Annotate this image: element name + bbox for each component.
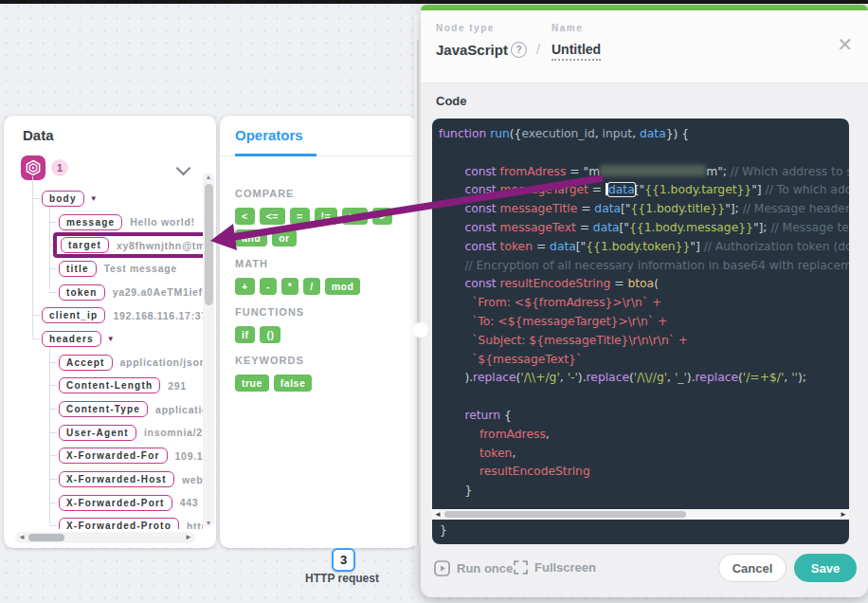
data-key-pill[interactable]: X-Forwarded-For xyxy=(59,448,168,464)
scroll-left-icon[interactable]: ◄ xyxy=(18,532,26,543)
data-key-pill[interactable]: target xyxy=(61,237,109,253)
data-key-pill[interactable]: Content-Type xyxy=(59,401,148,417)
data-value: 291 xyxy=(168,380,187,392)
code-token xyxy=(439,371,464,384)
fullscreen-label: Fullscreen xyxy=(534,560,596,575)
data-key-pill[interactable]: title xyxy=(59,261,97,277)
tree-row: targetxy8fhwnjthn@tmp- xyxy=(49,233,203,257)
tree-connector xyxy=(49,525,57,526)
scrollbar-thumb[interactable] xyxy=(444,511,686,518)
webhook-icon[interactable] xyxy=(21,155,45,180)
code-token: data xyxy=(608,183,635,196)
data-key-pill[interactable]: body xyxy=(42,191,84,207)
close-icon[interactable]: ✕ xyxy=(837,35,853,54)
operator-badge[interactable]: > xyxy=(372,208,392,225)
operator-badge[interactable]: mod xyxy=(325,278,361,295)
code-line xyxy=(439,388,849,407)
code-editor[interactable]: function run({execution_id, input, data}… xyxy=(432,119,849,509)
code-token: ( xyxy=(654,277,659,290)
node-name-value[interactable]: Untitled xyxy=(552,42,601,61)
data-vertical-scrollbar[interactable]: ▲ ▼ xyxy=(203,173,214,527)
operator-badge[interactable]: or xyxy=(272,229,297,247)
run-once-button[interactable]: Run once xyxy=(434,560,513,576)
operator-badge[interactable]: * xyxy=(281,278,299,295)
expand-arrow-icon[interactable]: ▼ xyxy=(90,194,98,203)
tree-connector xyxy=(49,455,57,456)
data-key-pill[interactable]: headers xyxy=(42,331,101,347)
tab-active-underline xyxy=(235,154,316,156)
data-key-pill[interactable]: message xyxy=(59,214,122,230)
code-horizontal-scrollbar[interactable]: ◄ ► xyxy=(432,509,849,520)
code-token: `From: <${fromAdress}>\r\n` xyxy=(472,296,648,309)
scroll-right-icon[interactable]: ► xyxy=(185,532,192,543)
code-token xyxy=(439,240,464,253)
data-key-pill[interactable]: X-Forwarded-Port xyxy=(59,495,172,511)
tab-operators[interactable]: Operators xyxy=(235,127,303,143)
fullscreen-button[interactable]: Fullscreen xyxy=(514,560,596,575)
code-line: `Subject: ${messageTitle}\r\n\r\n` + xyxy=(439,332,849,351)
operator-badge[interactable]: / xyxy=(303,278,319,295)
operator-groups: COMPARE<<==!=>=>andorMATH+-*/modFUNCTION… xyxy=(235,176,406,392)
operator-group-label: FUNCTIONS xyxy=(235,306,406,318)
data-key-pill[interactable]: token xyxy=(59,284,105,301)
data-value: Hello world! xyxy=(130,216,194,228)
tree-row: X-Forwarded-Hostwebho xyxy=(49,467,203,491)
code-token: + xyxy=(654,315,667,328)
data-key-pill[interactable]: X-Forwarded-Proto xyxy=(59,518,179,529)
code-token: `To: <${messageTarget}>\r\n` xyxy=(472,315,654,328)
panel-collapse-notch[interactable] xyxy=(413,322,428,338)
code-token: // To which address t xyxy=(766,183,849,196)
code-token: , xyxy=(512,447,515,460)
operator-badge[interactable]: if xyxy=(235,326,255,343)
operator-badge[interactable]: () xyxy=(260,326,280,343)
operator-badge[interactable]: != xyxy=(315,208,338,225)
code-token: , xyxy=(560,371,568,384)
code-token xyxy=(439,428,479,441)
operator-badge[interactable]: and xyxy=(235,229,267,247)
operator-badge[interactable]: true xyxy=(235,375,269,392)
code-token: ). xyxy=(687,371,696,384)
data-key-pill[interactable]: Content-Length xyxy=(59,377,160,393)
operator-badge[interactable]: <= xyxy=(260,208,285,225)
scroll-up-icon[interactable]: ▲ xyxy=(203,174,214,180)
code-line: return { xyxy=(439,407,849,426)
expand-arrow-icon[interactable]: ▼ xyxy=(107,335,115,343)
data-key-pill[interactable]: X-Forwarded-Host xyxy=(59,471,174,487)
data-key-pill[interactable]: Accept xyxy=(59,355,113,371)
cancel-button[interactable]: Cancel xyxy=(718,554,787,582)
operator-badge[interactable]: false xyxy=(274,375,312,392)
code-token xyxy=(439,353,472,366)
data-value: webho xyxy=(182,474,203,485)
save-button[interactable]: Save xyxy=(794,554,857,582)
data-horizontal-scrollbar[interactable]: ◄ ► xyxy=(15,532,195,543)
scroll-down-icon[interactable]: ▼ xyxy=(203,520,214,526)
data-key-pill[interactable]: client_ip xyxy=(42,307,105,323)
scrollbar-thumb[interactable] xyxy=(205,184,213,305)
code-token: , xyxy=(667,371,675,384)
code-token: + xyxy=(648,296,661,309)
scroll-right-icon[interactable]: ► xyxy=(840,509,847,520)
operator-badge[interactable]: - xyxy=(260,278,277,295)
tree-connector xyxy=(49,409,57,410)
code-line: `${messageText}` xyxy=(439,351,849,370)
operators-panel: Operators COMPARE<<==!=>=>andorMATH+-*/m… xyxy=(220,116,417,548)
code-token: '/\\//g' xyxy=(634,371,667,384)
scenario-editor-canvas: Data 1 body▼messageHello world!targetxy8… xyxy=(0,0,868,603)
operator-badge[interactable]: >= xyxy=(342,208,368,225)
scrollbar-thumb[interactable] xyxy=(28,534,64,541)
node-settings-dialog: Node type JavaScript ? / Name Untitled ✕… xyxy=(421,5,868,597)
scroll-left-icon[interactable]: ◄ xyxy=(434,509,442,520)
code-token: ). xyxy=(464,371,473,384)
operator-badge[interactable]: = xyxy=(290,208,310,225)
node-number-badge[interactable]: 3 xyxy=(332,548,355,572)
collapse-chevron-icon[interactable] xyxy=(176,161,191,176)
tree-connector xyxy=(49,268,57,269)
operator-badge[interactable]: + xyxy=(235,278,255,295)
tree-row: X-Forwarded-Protohttps xyxy=(49,515,203,529)
help-icon[interactable]: ? xyxy=(511,42,527,58)
data-key-pill[interactable]: User-Agent xyxy=(59,425,136,441)
data-value: application/json xyxy=(120,356,203,368)
operator-badge[interactable]: < xyxy=(235,208,255,225)
code-token: `${messageText}` xyxy=(472,353,582,366)
node-label: HTTP request xyxy=(289,572,395,585)
